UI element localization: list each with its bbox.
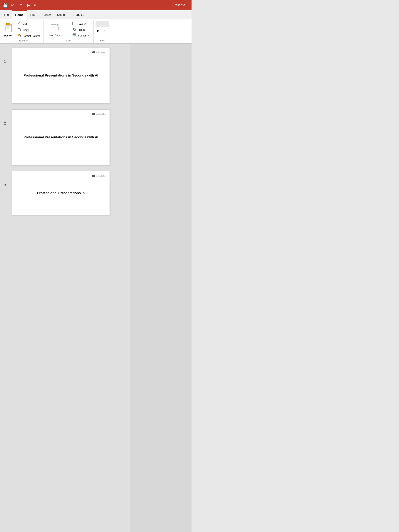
main-area: 1 MagicSlides Professional Presentations… — [0, 44, 191, 532]
copy-button[interactable]: Copy ▾ — [16, 27, 41, 33]
new-slide-arrow-icon: ▾ — [61, 34, 63, 37]
paste-arrow-icon: ▾ — [11, 34, 12, 37]
font-label: Font — [95, 39, 110, 42]
slide-logo: MagicSlides — [92, 175, 105, 177]
slide-item: 3 MagicSlides Professional Presentations… — [4, 171, 130, 215]
ribbon-tabs: File Home Insert Draw Design Transitio — [0, 10, 191, 19]
clipboard-label: Clipboard ⧉ — [2, 39, 42, 42]
new-slide-button[interactable]: New Slide ▾ — [45, 22, 65, 38]
slide-logo: MagicSlides — [92, 113, 105, 115]
logo-icon — [92, 113, 95, 115]
slide-thumbnail[interactable]: MagicSlides Professional Presentations i… — [12, 171, 110, 215]
svg-rect-12 — [18, 34, 20, 35]
slides-label: Slides — [45, 39, 92, 42]
layout-label: Layout — [78, 23, 86, 25]
reset-button[interactable]: Reset — [71, 27, 91, 32]
present-button[interactable]: ▶ — [26, 2, 31, 8]
italic-button[interactable]: I — [102, 28, 107, 33]
slide-item: 2 MagicSlides Professional Presentations… — [4, 109, 130, 165]
font-name-input[interactable] — [96, 21, 109, 27]
slide-logo: MagicSlides — [92, 51, 105, 53]
copy-icon — [18, 28, 21, 32]
section-label: Section — [78, 34, 87, 37]
section-arrow-icon: ▾ — [88, 34, 89, 37]
logo-icon — [92, 175, 95, 177]
format-painter-button[interactable]: Format Painter — [16, 33, 41, 39]
reset-label: Reset — [78, 28, 85, 31]
font-group: B I Font — [94, 20, 111, 43]
cut-button[interactable]: Cut — [16, 21, 41, 27]
tab-file[interactable]: File — [1, 10, 12, 19]
layout-arrow-icon: ▾ — [88, 23, 89, 25]
section-button[interactable]: Section ▾ — [71, 33, 91, 38]
slide-title: Professional Presentations in — [31, 191, 91, 196]
new-slide-label: New Slide ▾ — [48, 34, 63, 37]
slide-thumbnail[interactable]: MagicSlides Professional Presentations i… — [12, 48, 110, 103]
clipboard-group: Paste ▾ Cut — [0, 20, 44, 43]
slide-number: 1 — [4, 48, 10, 64]
clipboard-expand-icon[interactable]: ⧉ — [26, 39, 27, 42]
layout-icon — [72, 22, 76, 26]
format-painter-label: Format Painter — [23, 34, 40, 38]
save-icon[interactable]: 💾 — [2, 3, 8, 8]
slides-group: New Slide ▾ Layout ▾ — [44, 20, 94, 43]
copy-arrow-icon: ▾ — [30, 29, 31, 31]
slide-item: 1 MagicSlides Professional Presentations… — [4, 48, 130, 103]
undo-arrow-icon: ▾ — [14, 4, 16, 6]
slide-number: 2 — [4, 109, 10, 126]
undo-button[interactable]: ↩ ▾ — [9, 2, 17, 8]
svg-line-14 — [20, 36, 20, 37]
paste-icon — [4, 22, 13, 34]
clipboard-group-content: Paste ▾ Cut — [2, 21, 42, 39]
tab-insert[interactable]: Insert — [27, 10, 41, 19]
logo-icon — [92, 51, 95, 53]
slide-panel: 1 MagicSlides Professional Presentations… — [0, 44, 130, 532]
svg-rect-1 — [7, 23, 10, 25]
paste-label: Paste ▾ — [4, 34, 12, 37]
slide-title: Professional Presentations in Seconds wi… — [18, 135, 104, 140]
undo-icon: ↩ — [11, 3, 14, 7]
slide-thumbnail[interactable]: MagicSlides Professional Presentations i… — [12, 109, 110, 165]
edit-panel — [130, 44, 191, 532]
slides-right-buttons: Layout ▾ Reset — [70, 21, 92, 39]
new-slide-icon — [50, 23, 60, 34]
bold-button[interactable]: B — [96, 28, 101, 33]
svg-point-8 — [18, 24, 19, 25]
font-group-content: B I — [95, 21, 110, 39]
svg-line-13 — [20, 35, 21, 36]
cut-label: Cut — [23, 22, 27, 25]
svg-rect-11 — [18, 28, 20, 31]
svg-rect-27 — [73, 34, 76, 34]
redo-button[interactable]: ↺ — [18, 2, 24, 8]
section-icon — [72, 33, 76, 38]
copy-label: Copy — [23, 28, 29, 32]
title-bar: 💾 ↩ ▾ ↺ ▶ ▾ Presenta — [0, 0, 191, 10]
reset-icon — [72, 28, 76, 32]
tab-draw[interactable]: Draw — [40, 10, 54, 19]
paste-button[interactable]: Paste ▾ — [2, 21, 15, 38]
layout-button[interactable]: Layout ▾ — [71, 21, 91, 27]
tab-home[interactable]: Home — [12, 10, 27, 19]
slide-title: Professional Presentations in Seconds wi… — [18, 73, 104, 78]
slide-number: 3 — [4, 171, 10, 187]
slides-group-content: New Slide ▾ Layout ▾ — [45, 21, 92, 39]
format-painter-icon — [18, 34, 21, 38]
tab-transitions[interactable]: Transitio — [70, 10, 87, 19]
app-title: Presenta — [172, 3, 189, 7]
svg-rect-2 — [6, 25, 11, 31]
svg-marker-24 — [73, 29, 74, 30]
clipboard-small-group: Cut Copy ▾ — [16, 21, 42, 39]
more-button[interactable]: ▾ — [33, 2, 37, 8]
cut-icon — [18, 21, 21, 26]
ribbon: Paste ▾ Cut — [0, 19, 191, 44]
tab-design[interactable]: Design — [54, 10, 70, 19]
